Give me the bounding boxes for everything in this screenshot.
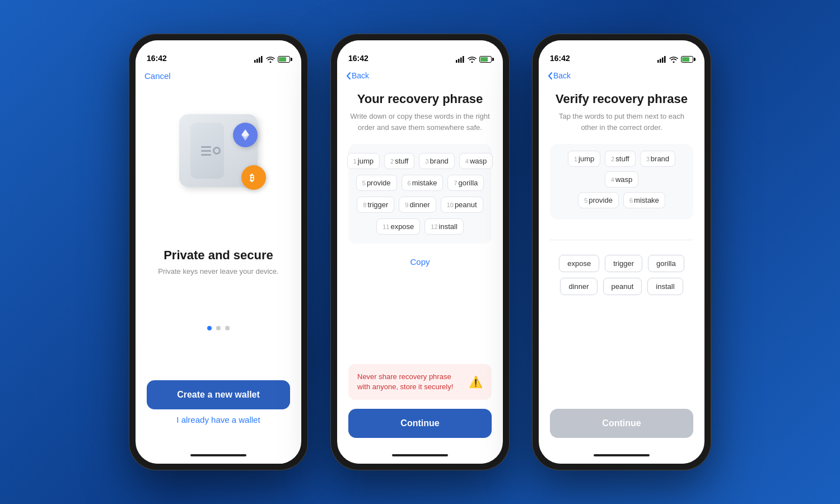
continue-button-3: Continue: [550, 409, 693, 438]
status-bar-2: 16:42: [337, 40, 503, 65]
phone-2: 16:42: [330, 34, 510, 470]
welcome-title: Private and secure: [158, 248, 278, 263]
pool-word-trigger[interactable]: trigger: [605, 255, 642, 272]
battery-icon-3: [681, 56, 693, 63]
word-12: 12install: [424, 218, 464, 235]
phone-1: 16:42 Cancel: [129, 34, 308, 470]
battery-icon: [278, 56, 290, 63]
selected-word-2: 2stuff: [605, 151, 635, 167]
verify-selected-area: 1jump 2stuff 3brand 4wasp 5provide 6mist…: [550, 144, 693, 220]
signal-icon: [254, 56, 263, 63]
back-button-3[interactable]: Back: [548, 71, 571, 80]
word-1: 1jump: [347, 153, 380, 169]
nav-bar-2: Back: [337, 65, 503, 86]
verify-subtitle: Tap the words to put them next to each o…: [550, 111, 693, 133]
svg-rect-8: [458, 59, 460, 63]
pool-word-expose[interactable]: expose: [559, 255, 599, 272]
create-wallet-button[interactable]: Create a new wallet: [147, 380, 290, 409]
home-bar-2: [337, 447, 503, 464]
phrase-row-1: 1jump 2stuff 3brand 4wasp: [357, 153, 483, 169]
btc-coin-icon: ₿: [241, 165, 266, 190]
pool-word-install[interactable]: install: [647, 278, 683, 295]
nav-bar-3: Back: [539, 65, 704, 86]
signal-icon-3: [657, 56, 666, 63]
status-time-3: 16:42: [550, 54, 570, 63]
dot-2: [216, 326, 221, 330]
phrase-row-4: 11expose 12install: [357, 218, 483, 235]
status-icons-1: [254, 56, 290, 63]
wallet-illustration: ₿: [168, 109, 269, 198]
home-indicator-3: [594, 454, 650, 456]
word-11: 11expose: [376, 218, 420, 235]
pool-word-gorilla[interactable]: gorilla: [648, 255, 684, 272]
wifi-icon: [266, 56, 275, 63]
selected-word-1: 1jump: [568, 151, 600, 167]
word-3: 3brand: [419, 153, 454, 169]
phone-3: 16:42: [532, 34, 711, 470]
word-2: 2stuff: [384, 153, 414, 169]
svg-rect-13: [662, 58, 664, 63]
word-4: 4wasp: [459, 153, 493, 169]
warning-text: Never share recovery phrase with anyone,…: [357, 372, 462, 392]
phrase-row-2: 5provide 6mistake 7gorilla: [357, 175, 483, 191]
eth-coin-icon: [233, 123, 258, 147]
copy-button[interactable]: Copy: [348, 253, 492, 271]
dot-1: [207, 326, 212, 330]
already-have-wallet-button[interactable]: I already have a wallet: [147, 409, 290, 430]
word-10: 10peanut: [441, 197, 483, 213]
recovery-title: Your recovery phrase: [348, 92, 492, 106]
svg-rect-7: [456, 60, 458, 63]
separator: [550, 240, 693, 240]
status-icons-2: [456, 56, 492, 63]
signal-icon-2: [456, 56, 465, 63]
status-bar-3: 16:42: [539, 40, 704, 65]
recovery-subtitle: Write down or copy these words in the ri…: [348, 111, 492, 133]
selected-word-6: 6mistake: [623, 192, 665, 208]
svg-rect-0: [254, 60, 256, 63]
home-indicator-1: [190, 454, 246, 456]
svg-rect-11: [657, 60, 659, 63]
pool-word-peanut[interactable]: peanut: [603, 278, 642, 295]
back-button-2[interactable]: Back: [346, 71, 369, 80]
word-9: 9dinner: [399, 197, 436, 213]
page-dots: [207, 326, 230, 330]
cancel-button[interactable]: Cancel: [144, 71, 171, 81]
word-7: 7gorilla: [447, 175, 484, 191]
svg-rect-1: [256, 59, 258, 63]
svg-text:₿: ₿: [250, 173, 254, 183]
verify-title: Verify recovery phrase: [550, 92, 693, 106]
status-time-2: 16:42: [348, 54, 368, 63]
svg-rect-2: [259, 58, 260, 63]
wifi-icon-3: [669, 56, 678, 63]
continue-button-2[interactable]: Continue: [348, 409, 492, 438]
svg-rect-10: [463, 56, 464, 63]
dot-3: [225, 326, 230, 330]
nav-bar-1: Cancel: [136, 65, 301, 86]
welcome-text: Private and secure Private keys never le…: [158, 248, 278, 276]
selected-word-4: 4wasp: [605, 171, 638, 188]
warning-triangle-icon: ⚠️: [469, 375, 483, 389]
status-icons-3: [657, 56, 693, 63]
phrase-grid: 1jump 2stuff 3brand 4wasp 5provide 6mist…: [348, 144, 492, 244]
pool-word-dinner[interactable]: dinner: [560, 278, 597, 295]
chevron-left-icon-3: [548, 72, 552, 80]
svg-rect-9: [460, 58, 462, 63]
warning-box: Never share recovery phrase with anyone,…: [348, 364, 492, 400]
wifi-icon-2: [468, 56, 477, 63]
svg-rect-14: [664, 56, 666, 63]
svg-rect-3: [261, 56, 263, 63]
status-bar-1: 16:42: [136, 40, 301, 65]
home-indicator-2: [392, 454, 448, 456]
verify-row-1: 1jump 2stuff 3brand 4wasp: [557, 151, 687, 188]
svg-rect-12: [660, 59, 661, 63]
word-8: 8trigger: [357, 197, 394, 213]
home-bar-3: [539, 447, 704, 464]
status-time-1: 16:42: [147, 54, 167, 63]
verify-row-2: 5provide 6mistake: [557, 192, 687, 208]
home-bar-1: [136, 447, 301, 464]
selected-word-3: 3brand: [640, 151, 675, 167]
word-5: 5provide: [356, 175, 397, 191]
battery-icon-2: [479, 56, 492, 63]
welcome-subtitle: Private keys never leave your device.: [158, 267, 278, 276]
word-pool[interactable]: expose trigger gorilla dinner peanut ins…: [550, 249, 693, 301]
